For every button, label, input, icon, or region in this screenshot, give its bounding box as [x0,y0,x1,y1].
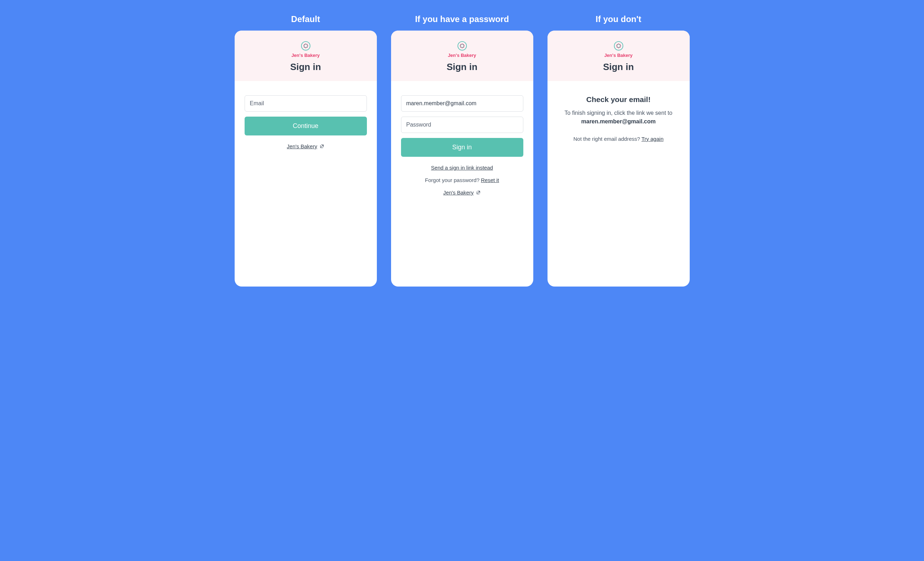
logo-text: Jen's Bakery [604,52,633,58]
reset-link[interactable]: Reset it [481,177,499,183]
msg-prefix: To finish signing in, click the link we … [565,110,672,116]
svg-point-25 [618,47,619,48]
card-header: Jen's Bakery Sign in [391,31,533,81]
svg-point-6 [304,44,304,45]
svg-point-27 [620,44,620,45]
alt-signin-row: Send a sign in link instead [431,165,493,171]
logo: Jen's Bakery [242,40,370,58]
site-link-row: Jen's Bakery [443,189,481,195]
column-default: Default Jen's Bak [235,14,377,286]
try-again-row: Not the right email address? Try again [573,136,663,142]
svg-point-22 [616,45,617,46]
svg-point-0 [301,42,310,50]
email-input[interactable] [401,95,524,112]
svg-point-29 [620,47,620,48]
donut-icon [613,40,624,51]
password-input[interactable] [401,117,524,133]
email-input[interactable] [244,95,367,112]
site-link[interactable]: Jen's Bakery [443,189,474,195]
svg-point-20 [614,42,622,50]
svg-point-19 [463,47,464,48]
column-no-password: If you don't Jen' [548,14,690,286]
svg-point-16 [460,44,461,45]
svg-point-28 [616,47,617,48]
card-header: Jen's Bakery Sign in [235,31,377,81]
svg-point-8 [304,47,304,48]
continue-button[interactable]: Continue [244,117,367,135]
signin-card-password: Jen's Bakery Sign in Sign in Send a sign… [391,31,533,286]
svg-point-5 [305,47,306,48]
card-body: Continue Jen's Bakery [235,81,377,163]
card-heading: Sign in [242,62,370,72]
svg-point-3 [307,45,308,46]
card-header: Jen's Bakery Sign in [548,31,690,81]
external-link-icon [320,144,324,148]
svg-point-15 [462,47,462,48]
signin-button[interactable]: Sign in [401,138,524,157]
svg-point-17 [463,44,464,45]
card-heading: Sign in [398,62,526,72]
svg-point-4 [305,44,306,44]
svg-point-12 [460,45,460,46]
forgot-row: Forgot your password? Reset it [425,177,499,183]
logo: Jen's Bakery [555,40,682,58]
svg-point-24 [618,44,619,44]
svg-point-14 [462,44,462,44]
column-has-password: If you have a password [391,14,533,286]
signin-card-checkemail: Jen's Bakery Sign in Check your email! T… [548,31,690,286]
site-link-row: Jen's Bakery [287,143,324,149]
check-email-heading: Check your email! [586,95,651,104]
svg-point-7 [306,44,307,45]
svg-point-23 [620,45,621,46]
check-email-text: To finish signing in, click the link we … [558,109,680,126]
svg-point-26 [616,44,617,45]
external-link-icon [476,190,481,195]
logo-text: Jen's Bakery [448,52,476,58]
msg-email: maren.member@gmail.com [581,118,656,124]
try-again-link[interactable]: Try again [641,136,663,142]
card-heading: Sign in [555,62,682,72]
donut-icon [457,40,468,51]
card-body: Sign in Send a sign in link instead Forg… [391,81,533,209]
card-body: Check your email! To finish signing in, … [548,81,690,149]
logo: Jen's Bakery [398,40,526,58]
svg-point-18 [460,47,461,48]
signin-card-default: Jen's Bakery Sign in Continue Jen's Bake… [235,31,377,286]
svg-point-13 [464,45,464,46]
column-title: If you have a password [415,14,509,24]
svg-point-9 [306,47,307,48]
site-link[interactable]: Jen's Bakery [287,143,317,149]
forgot-prefix: Forgot your password? [425,177,479,183]
send-link-instead[interactable]: Send a sign in link instead [431,165,493,171]
logo-text: Jen's Bakery [291,52,320,58]
try-prefix: Not the right email address? [573,136,642,142]
column-title: Default [291,14,320,24]
svg-point-10 [458,42,466,50]
column-title: If you don't [596,14,641,24]
donut-icon [300,40,311,51]
svg-point-2 [303,45,304,46]
